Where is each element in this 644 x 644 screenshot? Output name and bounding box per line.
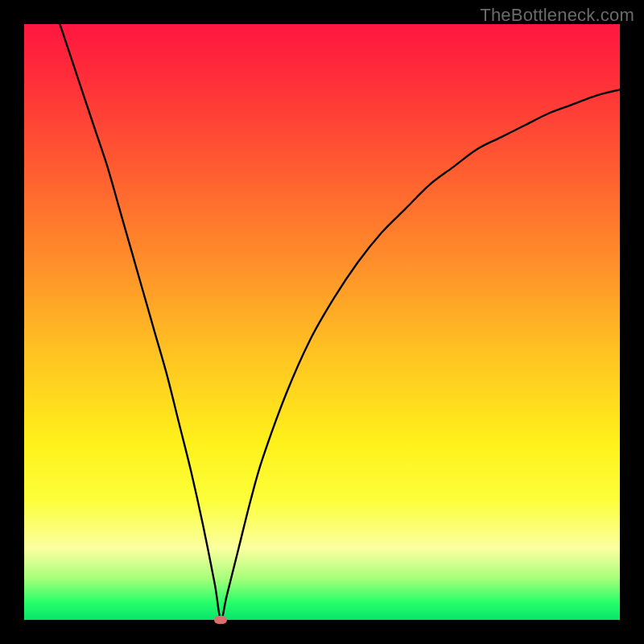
curve-svg xyxy=(24,24,620,620)
bottleneck-curve xyxy=(60,24,620,620)
watermark-text: TheBottleneck.com xyxy=(480,5,634,26)
minimum-marker xyxy=(214,616,227,624)
plot-area xyxy=(24,24,620,620)
chart-frame: TheBottleneck.com xyxy=(0,0,644,644)
